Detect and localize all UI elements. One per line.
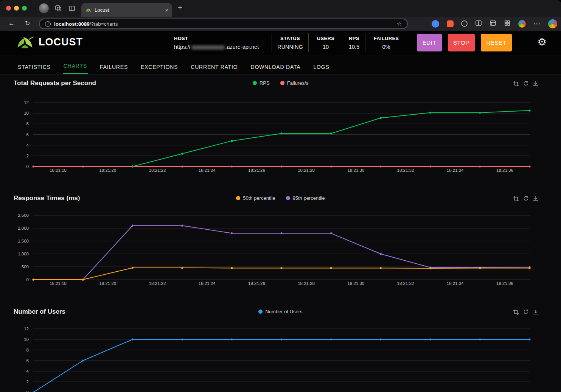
pinned-app-icon-1[interactable] <box>55 5 62 13</box>
chart-response-times: Response Times (ms) 50th percentile 95th… <box>0 193 561 293</box>
svg-text:12: 12 <box>24 327 29 331</box>
host-redacted-segment <box>191 45 225 50</box>
svg-text:8: 8 <box>26 348 29 352</box>
legend-item-rps[interactable]: RPS <box>253 80 270 86</box>
maximize-window-button[interactable] <box>22 6 27 11</box>
svg-text:4: 4 <box>26 369 29 373</box>
stop-button[interactable]: STOP <box>448 34 475 51</box>
extension-icon-gray[interactable] <box>461 20 468 27</box>
svg-text:18:21:26: 18:21:26 <box>248 168 265 173</box>
tab-close-icon[interactable]: × <box>165 7 168 13</box>
extension-icon-blue[interactable] <box>432 20 439 28</box>
tab-failures[interactable]: FAILURES <box>99 59 129 74</box>
response-times-chart-canvas[interactable]: 05001,0001,5002,0002,50018:21:1818:21:20… <box>0 206 561 293</box>
tab-logs[interactable]: LOGS <box>313 59 330 74</box>
svg-text:2: 2 <box>26 154 29 158</box>
chart-legend: 50th percentile 95th percentile <box>0 195 561 201</box>
svg-text:18:21:26: 18:21:26 <box>248 281 265 286</box>
site-info-icon[interactable]: i <box>45 21 51 27</box>
users-chart-canvas[interactable]: 024681012 <box>0 320 561 392</box>
workspace-avatar-icon[interactable] <box>518 20 526 28</box>
restore-icon[interactable] <box>523 309 529 315</box>
data-zoom-icon[interactable] <box>513 309 519 315</box>
reload-icon[interactable]: ↻ <box>25 20 30 27</box>
legend-dot <box>253 81 257 85</box>
more-menu-icon[interactable]: ⋯ <box>533 22 541 26</box>
svg-text:18:21:32: 18:21:32 <box>397 281 414 286</box>
toolbar-right-icons: ⋯ <box>432 17 557 31</box>
browser-profile-icon[interactable] <box>548 19 557 28</box>
svg-text:2,000: 2,000 <box>18 226 29 230</box>
legend-dot <box>258 310 263 314</box>
restore-icon[interactable] <box>523 196 529 202</box>
legend-item-95th[interactable]: 95th percentile <box>286 195 325 201</box>
host-stat: HOST https://.azure-api.net <box>174 31 272 55</box>
rps-value: 10.5 <box>349 44 359 50</box>
header-actions: EDIT STOP RESET <box>417 34 512 51</box>
status-value: RUNNING <box>277 44 303 50</box>
tab-charts[interactable]: CHARTS <box>63 58 88 74</box>
new-tab-button[interactable]: + <box>178 3 182 12</box>
svg-text:0: 0 <box>26 390 29 392</box>
legend-item-failures[interactable]: Failures/s <box>280 80 308 86</box>
brand-name: LOCUST <box>39 36 83 48</box>
save-image-icon[interactable] <box>533 196 539 202</box>
svg-text:18:21:18: 18:21:18 <box>50 281 67 286</box>
back-icon[interactable]: ← <box>8 20 15 27</box>
settings-gear-icon[interactable]: ⚙ <box>538 36 547 48</box>
restore-icon[interactable] <box>523 81 529 87</box>
legend-dot <box>236 196 240 200</box>
svg-text:2: 2 <box>26 380 29 384</box>
minimize-window-button[interactable] <box>14 6 19 11</box>
save-image-icon[interactable] <box>533 81 539 87</box>
save-image-icon[interactable] <box>533 309 539 315</box>
svg-text:18:21:32: 18:21:32 <box>397 168 414 173</box>
chart-legend: Number of Users <box>0 309 561 314</box>
svg-text:0: 0 <box>26 277 29 282</box>
legend-item-users[interactable]: Number of Users <box>258 309 302 314</box>
charts-panel: Total Requests per Second RPS Failures/s <box>0 74 561 392</box>
browser-window: Locust × + ← ↻ i localhost:8089/?tab=cha… <box>0 0 561 392</box>
chart-toolbox <box>513 196 539 202</box>
browser-tab[interactable]: Locust × <box>81 3 172 17</box>
svg-text:18:21:22: 18:21:22 <box>149 281 166 286</box>
window-controls <box>6 6 27 11</box>
tab-statistics[interactable]: STATISTICS <box>17 59 51 74</box>
legend-item-50th[interactable]: 50th percentile <box>236 195 275 201</box>
address-bar[interactable]: i localhost:8089/?tab=charts ☆ <box>39 19 408 29</box>
rps-stat: RPS 10.5 <box>343 31 365 55</box>
edit-button[interactable]: EDIT <box>417 34 442 51</box>
close-window-button[interactable] <box>6 6 11 11</box>
bookmark-sidebar-icon[interactable] <box>490 20 496 28</box>
bookmark-star-icon[interactable]: ☆ <box>397 20 402 27</box>
reset-button[interactable]: RESET <box>481 34 512 51</box>
extension-icon-orange[interactable] <box>447 20 454 27</box>
url-path: /?tab=charts <box>90 21 118 27</box>
legend-dot <box>280 81 284 85</box>
svg-text:8: 8 <box>26 121 29 126</box>
failures-stat: FAILURES 0% <box>365 31 407 55</box>
svg-text:18:21:18: 18:21:18 <box>50 168 67 173</box>
tab-current-ratio[interactable]: CURRENT RATIO <box>190 59 238 74</box>
extensions-grid-icon[interactable] <box>504 20 511 28</box>
svg-text:1,000: 1,000 <box>18 252 29 256</box>
pinned-app-icon-2[interactable] <box>68 5 75 13</box>
svg-text:18:21:24: 18:21:24 <box>199 281 216 286</box>
svg-text:18:21:20: 18:21:20 <box>99 168 116 173</box>
data-zoom-icon[interactable] <box>513 196 519 202</box>
profile-avatar[interactable] <box>39 3 49 13</box>
data-zoom-icon[interactable] <box>513 81 519 87</box>
chart-toolbox <box>513 309 539 315</box>
host-label: HOST <box>174 36 188 41</box>
rps-chart-canvas[interactable]: 02468101218:21:1818:21:2018:21:2218:21:2… <box>0 91 561 178</box>
status-stat: STATUS RUNNING <box>272 31 308 55</box>
legend-dot <box>286 196 290 200</box>
chart-total-rps: Total Requests per Second RPS Failures/s <box>0 78 561 178</box>
locust-logo[interactable]: LOCUST <box>15 35 83 49</box>
svg-text:18:21:20: 18:21:20 <box>99 281 116 286</box>
tab-exceptions[interactable]: EXCEPTIONS <box>140 59 179 74</box>
chart-toolbox <box>513 81 539 87</box>
tab-download-data[interactable]: DOWNLOAD DATA <box>250 59 301 74</box>
locust-favicon <box>85 8 92 12</box>
split-screen-icon[interactable] <box>475 20 482 28</box>
